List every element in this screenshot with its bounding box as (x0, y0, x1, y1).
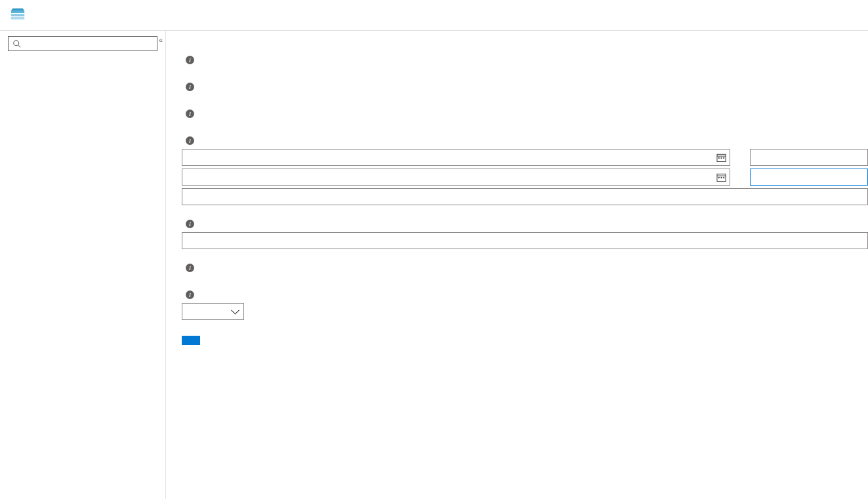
end-date-input[interactable] (182, 169, 730, 186)
info-icon[interactable]: i (186, 136, 194, 145)
svg-point-4 (14, 40, 19, 45)
start-time-input[interactable] (750, 149, 868, 166)
end-time-input[interactable] (750, 169, 868, 186)
start-date-input[interactable] (182, 149, 730, 166)
main-content: i i i i (166, 31, 868, 499)
svg-line-5 (18, 45, 21, 47)
svg-rect-0 (11, 10, 24, 13)
allowed-permissions-label: i (182, 110, 868, 118)
page-header (0, 0, 868, 31)
allowed-ip-input[interactable] (182, 232, 868, 249)
storage-account-icon (8, 5, 28, 25)
search-icon (12, 39, 22, 49)
sidebar-search-input[interactable] (26, 39, 153, 49)
info-icon[interactable]: i (186, 56, 194, 64)
svg-rect-2 (11, 17, 24, 20)
allowed-resource-types-label: i (182, 83, 868, 91)
sidebar: « (0, 31, 166, 499)
allowed-ip-label: i (182, 220, 868, 228)
sidebar-search[interactable] (8, 36, 157, 51)
allowed-protocols-label: i (182, 264, 868, 272)
svg-rect-1 (11, 14, 24, 16)
info-icon[interactable]: i (186, 291, 194, 299)
timezone-input[interactable] (182, 188, 868, 205)
collapse-sidebar-button[interactable]: « (159, 36, 163, 44)
info-icon[interactable]: i (186, 220, 194, 228)
signing-key-select[interactable] (182, 303, 244, 320)
signing-key-label: i (182, 291, 868, 299)
info-icon[interactable]: i (186, 264, 194, 272)
allowed-services-label: i (182, 56, 868, 64)
svg-marker-3 (11, 9, 24, 11)
generate-sas-button[interactable] (182, 336, 200, 345)
datetime-label: i (182, 136, 868, 145)
info-icon[interactable]: i (186, 83, 194, 91)
info-icon[interactable]: i (186, 110, 194, 118)
